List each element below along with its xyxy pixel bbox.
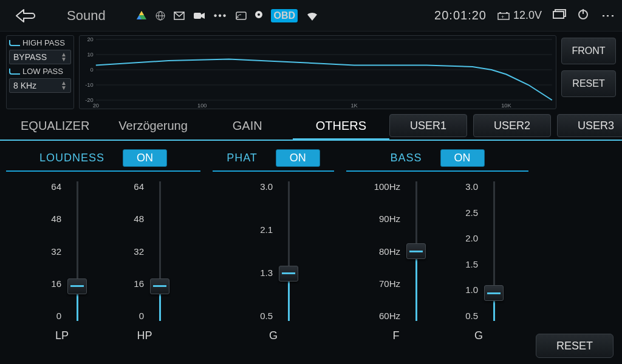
bass-toggle[interactable]: ON <box>440 149 485 167</box>
hp-slider[interactable]: 644832160 HP <box>117 181 172 342</box>
tab-equalizer[interactable]: EQUALIZER <box>6 112 104 140</box>
svg-text:10: 10 <box>87 52 93 58</box>
svg-point-10 <box>258 13 260 16</box>
filter-controls: HIGH PASS BYPASS ▲▼ LOW PASS 8 KHz ▲▼ <box>6 35 74 109</box>
phat-title: PHAT <box>227 152 258 164</box>
phat-g-slider[interactable]: 3.02.11.30.5 G <box>246 181 301 342</box>
mail-icon <box>174 12 185 20</box>
loudness-toggle[interactable]: ON <box>123 149 167 167</box>
user3-button[interactable]: USER3 <box>557 114 622 137</box>
drive-icon <box>136 10 147 21</box>
svg-marker-8 <box>201 13 205 19</box>
svg-rect-13 <box>506 12 508 13</box>
globe-icon <box>156 11 165 21</box>
bass-g-slider[interactable]: 3.02.52.01.51.00.5 G <box>451 181 506 342</box>
back-button[interactable] <box>6 8 49 23</box>
svg-rect-16 <box>553 12 564 18</box>
others-body: LOUDNESS ON 644832160 LP 644832160 HP <box>0 141 622 359</box>
low-pass-label: LOW PASS <box>9 67 71 76</box>
svg-marker-1 <box>139 11 144 15</box>
more-icon[interactable]: ⋮ <box>600 9 616 22</box>
svg-text:0: 0 <box>91 67 94 73</box>
lp-slider[interactable]: 644832160 LP <box>35 181 89 342</box>
status-icons-left: ••• OBD <box>136 9 318 22</box>
svg-rect-7 <box>194 13 201 19</box>
svg-text:20: 20 <box>87 36 93 42</box>
camera-icon <box>193 12 205 20</box>
location-icon <box>255 11 262 21</box>
wifi-icon <box>306 11 318 21</box>
user2-button[interactable]: USER2 <box>473 114 551 137</box>
high-pass-label: HIGH PASS <box>9 38 71 47</box>
front-button[interactable]: FRONT <box>561 38 616 64</box>
svg-rect-12 <box>499 12 501 13</box>
obd-badge: OBD <box>271 9 298 22</box>
svg-text:20: 20 <box>93 103 99 109</box>
svg-text:10K: 10K <box>501 103 511 109</box>
bass-title: BASS <box>390 152 422 164</box>
high-pass-select[interactable]: BYPASS ▲▼ <box>9 50 71 64</box>
reset-button[interactable]: RESET <box>536 334 613 358</box>
svg-text:1K: 1K <box>350 103 357 109</box>
user1-button[interactable]: USER1 <box>389 114 467 137</box>
loudness-title: LOUDNESS <box>39 152 104 164</box>
window-icon[interactable] <box>553 9 566 22</box>
page-title: Sound <box>67 8 106 24</box>
clock: 20:01:20 <box>434 8 487 22</box>
tab-delay[interactable]: Verzögerung <box>104 112 202 140</box>
tab-others[interactable]: OTHERS <box>293 112 389 140</box>
svg-text:-10: -10 <box>85 82 93 88</box>
eq-graph: -20-1001020201001K10K <box>79 35 556 109</box>
dots-icon: ••• <box>214 10 228 21</box>
low-pass-select[interactable]: 8 KHz ▲▼ <box>9 78 71 93</box>
phat-toggle[interactable]: ON <box>276 149 320 167</box>
svg-text:+: + <box>501 14 504 20</box>
voltage-indicator: + 12.0V <box>497 9 542 22</box>
power-icon[interactable] <box>577 8 589 23</box>
bass-f-slider[interactable]: 100Hz90Hz80Hz70Hz60Hz F <box>369 181 423 342</box>
tab-gain[interactable]: GAIN <box>202 112 293 140</box>
cast-icon <box>236 12 247 20</box>
reset-eq-button[interactable]: RESET <box>561 70 616 97</box>
svg-text:100: 100 <box>197 103 207 109</box>
